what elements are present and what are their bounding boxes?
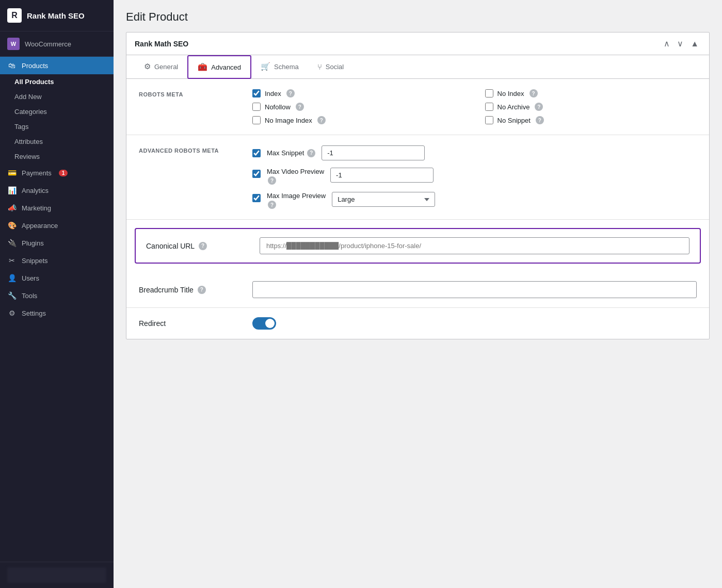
- max-image-help-icon[interactable]: ?: [268, 201, 276, 209]
- no-snippet-label: No Snippet: [498, 117, 531, 124]
- woo-icon: W: [7, 38, 20, 50]
- sidebar-item-add-new[interactable]: Add New: [0, 89, 114, 104]
- advanced-tab-label: Advanced: [211, 63, 241, 71]
- tab-general[interactable]: ⚙ General: [135, 55, 187, 79]
- max-snippet-help-icon[interactable]: ?: [307, 149, 315, 157]
- sidebar-item-categories[interactable]: Categories: [0, 104, 114, 119]
- sidebar-item-analytics[interactable]: 📊 Analytics: [0, 182, 114, 199]
- general-tab-label: General: [154, 63, 178, 71]
- sidebar-item-marketing[interactable]: 📣 Marketing: [0, 199, 114, 217]
- sidebar-item-payments[interactable]: 💳 Payments 1: [0, 164, 114, 182]
- max-video-preview-input[interactable]: [330, 168, 434, 183]
- sidebar-item-reviews[interactable]: Reviews: [0, 149, 114, 164]
- plugins-icon: 🔌: [7, 239, 17, 247]
- sidebar-tools-label: Tools: [22, 292, 37, 300]
- snippets-icon: ✂: [7, 256, 17, 265]
- panel-collapse-down[interactable]: ∨: [675, 38, 685, 50]
- products-icon: 🛍: [7, 61, 17, 70]
- panel-header: Rank Math SEO ∧ ∨ ▲: [126, 32, 709, 55]
- rank-math-icon: R: [7, 8, 22, 23]
- checkbox-no-index: No Index ?: [485, 89, 697, 97]
- sidebar-woo-label: WooCommerce: [25, 40, 71, 48]
- payments-badge: 1: [59, 170, 68, 176]
- panel-collapse-arrow[interactable]: ▲: [688, 38, 701, 50]
- sidebar-logo-label: Rank Math SEO: [27, 11, 85, 20]
- advanced-robots-meta-section: ADVANCED ROBOTS META Max Snippet ?: [126, 135, 709, 220]
- analytics-icon: 📊: [7, 186, 17, 194]
- no-image-index-label: No Image Index: [265, 117, 312, 124]
- breadcrumb-title-input[interactable]: [252, 281, 697, 298]
- max-snippet-input[interactable]: [322, 145, 425, 160]
- checkbox-no-image-index: No Image Index ?: [252, 116, 464, 124]
- users-icon: 👤: [7, 274, 17, 282]
- payments-icon: 💳: [7, 169, 17, 177]
- canonical-url-input[interactable]: [260, 237, 689, 254]
- redirect-section: Redirect: [126, 308, 709, 339]
- no-snippet-checkbox[interactable]: [485, 116, 493, 124]
- advanced-tab-icon: 🧰: [198, 62, 207, 72]
- redirect-label: Redirect: [139, 319, 242, 328]
- sidebar-appearance-label: Appearance: [22, 222, 58, 230]
- sidebar-item-tools[interactable]: 🔧 Tools: [0, 287, 114, 304]
- sidebar-item-plugins[interactable]: 🔌 Plugins: [0, 234, 114, 252]
- robots-meta-section: ROBOTS META Index ? No Index ?: [126, 79, 709, 135]
- checkbox-no-archive: No Archive ?: [485, 103, 697, 111]
- no-index-help-icon[interactable]: ?: [530, 89, 538, 97]
- tools-icon: 🔧: [7, 291, 17, 300]
- index-help-icon[interactable]: ?: [286, 89, 295, 97]
- sidebar-item-users[interactable]: 👤 Users: [0, 269, 114, 287]
- advanced-robots-fields: Max Snippet ? Max Video Preview ?: [252, 145, 435, 209]
- max-snippet-checkbox[interactable]: [252, 149, 261, 157]
- redirect-toggle-wrap: [252, 317, 276, 330]
- robots-meta-row: ROBOTS META Index ? No Index ?: [139, 89, 697, 124]
- sidebar-sub-menu: All Products Add New Categories Tags Att…: [0, 74, 114, 164]
- index-checkbox[interactable]: [252, 89, 261, 97]
- sidebar-woo[interactable]: W WooCommerce: [0, 31, 114, 57]
- robots-meta-label: ROBOTS META: [139, 89, 242, 97]
- nofollow-label: Nofollow: [265, 103, 291, 111]
- max-image-preview-label: Max Image Preview ?: [267, 192, 326, 209]
- sidebar-item-products[interactable]: 🛍 Products: [0, 57, 114, 74]
- sidebar-snippets-label: Snippets: [22, 257, 48, 265]
- products-chevron: [108, 60, 114, 71]
- tab-advanced[interactable]: 🧰 Advanced: [187, 55, 251, 79]
- max-image-preview-select[interactable]: None Standard Large: [332, 192, 435, 207]
- sidebar-item-snippets[interactable]: ✂ Snippets: [0, 252, 114, 269]
- sidebar-item-tags[interactable]: Tags: [0, 119, 114, 134]
- no-image-index-help-icon[interactable]: ?: [317, 116, 326, 124]
- max-image-preview-row: Max Image Preview ? None Standard Large: [252, 192, 435, 209]
- settings-icon: ⚙: [7, 309, 17, 317]
- breadcrumb-title-section: Breadcrumb Title ?: [126, 272, 709, 308]
- checkbox-index: Index ?: [252, 89, 464, 97]
- no-image-index-checkbox[interactable]: [252, 116, 261, 124]
- breadcrumb-help-icon[interactable]: ?: [198, 286, 206, 294]
- max-video-help-icon[interactable]: ?: [268, 176, 276, 185]
- no-index-checkbox[interactable]: [485, 89, 493, 97]
- max-image-preview-checkbox[interactable]: [252, 194, 261, 202]
- sidebar-item-attributes[interactable]: Attributes: [0, 134, 114, 149]
- canonical-row: Canonical URL ?: [146, 237, 689, 254]
- advanced-robots-row: ADVANCED ROBOTS META Max Snippet ?: [139, 145, 697, 209]
- tab-schema[interactable]: 🛒 Schema: [251, 55, 308, 79]
- sidebar-logo[interactable]: R Rank Math SEO: [0, 0, 114, 31]
- panel-title: Rank Math SEO: [135, 40, 188, 48]
- sidebar-item-appearance[interactable]: 🎨 Appearance: [0, 217, 114, 234]
- appearance-icon: 🎨: [7, 221, 17, 230]
- no-snippet-help-icon[interactable]: ?: [536, 116, 544, 124]
- schema-tab-icon: 🛒: [261, 62, 270, 71]
- max-video-preview-label: Max Video Preview ?: [267, 168, 324, 185]
- sidebar-plugins-label: Plugins: [22, 239, 44, 247]
- redirect-toggle[interactable]: [252, 317, 276, 330]
- nofollow-checkbox[interactable]: [252, 103, 261, 111]
- canonical-help-icon[interactable]: ?: [199, 242, 207, 250]
- sidebar-item-all-products[interactable]: All Products: [0, 74, 114, 89]
- no-archive-help-icon[interactable]: ?: [535, 103, 543, 111]
- nofollow-help-icon[interactable]: ?: [296, 103, 304, 111]
- sidebar-item-settings[interactable]: ⚙ Settings: [0, 304, 114, 322]
- panel-controls: ∧ ∨ ▲: [662, 38, 701, 50]
- no-archive-checkbox[interactable]: [485, 103, 493, 111]
- tab-social[interactable]: ⑂ Social: [308, 55, 353, 79]
- max-video-preview-checkbox[interactable]: [252, 170, 261, 178]
- panel-collapse-up[interactable]: ∧: [662, 38, 672, 50]
- max-video-preview-row: Max Video Preview ?: [252, 168, 435, 185]
